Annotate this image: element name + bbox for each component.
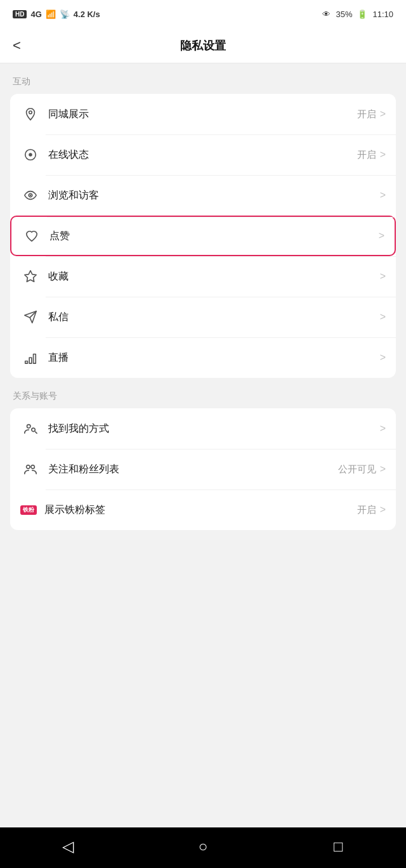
svg-point-12 (32, 428, 36, 432)
nav-home-button[interactable]: ○ (188, 831, 218, 862)
svg-point-0 (29, 111, 32, 114)
section2-label: 关系与账号 (10, 391, 396, 402)
ironfan-label: 展示铁粉标签 (44, 503, 357, 517)
svg-marker-5 (25, 271, 36, 282)
collect-icon (20, 266, 41, 287)
svg-point-11 (27, 425, 31, 429)
menu-item-follow[interactable]: 关注和粉丝列表 公开可见 > (10, 449, 396, 489)
online-value: 开启 (357, 149, 376, 161)
like-icon (22, 226, 42, 246)
page-title: 隐私设置 (180, 38, 226, 53)
menu-item-collect[interactable]: 收藏 > (10, 256, 396, 297)
svg-point-2 (29, 153, 32, 157)
message-label: 私信 (48, 311, 376, 324)
menu-item-tongcheng[interactable]: 同城展示 开启 > (10, 94, 396, 134)
live-arrow: > (380, 352, 386, 363)
wifi-icon: 📡 (60, 10, 70, 19)
menu-item-ironfan[interactable]: 铁粉 展示铁粉标签 开启 > (10, 489, 396, 530)
browse-arrow: > (380, 190, 386, 201)
menu-item-like[interactable]: 点赞 > (10, 216, 396, 256)
network-speed: 4.2 K/s (74, 10, 100, 19)
svg-rect-10 (34, 354, 36, 364)
status-right: 👁 35% 🔋 11:10 (322, 10, 393, 19)
like-label: 点赞 (49, 230, 375, 243)
follow-icon (20, 459, 41, 479)
svg-line-13 (36, 432, 37, 433)
live-icon (20, 347, 41, 368)
ironfan-arrow: > (380, 504, 386, 515)
hd-badge: HD (13, 10, 27, 18)
online-arrow: > (380, 149, 386, 160)
section2-card: 找到我的方式 > 关注和粉丝列表 公开可见 > 铁粉 展示铁粉标签 开启 > (10, 408, 396, 530)
svg-rect-9 (29, 358, 32, 363)
message-icon (20, 307, 41, 327)
nav-recents-button[interactable]: □ (323, 831, 353, 862)
back-button[interactable]: < (13, 39, 21, 53)
message-arrow: > (380, 311, 386, 323)
eye-icon: 👁 (322, 10, 331, 19)
collect-arrow: > (380, 271, 386, 282)
section1-card: 同城展示 开启 > 在线状态 开启 > 浏览和访客 > (10, 94, 396, 378)
collect-label: 收藏 (48, 270, 376, 283)
content: 互动 同城展示 开启 > 在线状态 开启 > 浏览和访客 (0, 63, 406, 827)
tongcheng-value: 开启 (357, 108, 376, 120)
header: < 隐私设置 (0, 28, 406, 63)
svg-point-4 (30, 195, 32, 197)
svg-point-14 (27, 465, 30, 469)
status-left: HD 4G 📶 📡 4.2 K/s (13, 10, 100, 19)
findme-icon (20, 418, 41, 439)
signal-bars: 📶 (46, 10, 56, 19)
tongcheng-arrow: > (380, 108, 386, 120)
menu-item-live[interactable]: 直播 > (10, 337, 396, 378)
ironfan-value: 开启 (357, 504, 376, 516)
menu-item-browse[interactable]: 浏览和访客 > (10, 175, 396, 216)
battery-icon: 🔋 (357, 10, 367, 19)
menu-item-online[interactable]: 在线状态 开启 > (10, 134, 396, 175)
follow-value: 公开可见 (338, 463, 376, 476)
status-bar: HD 4G 📶 📡 4.2 K/s 👁 35% 🔋 11:10 (0, 0, 406, 28)
follow-label: 关注和粉丝列表 (48, 463, 338, 476)
ironfan-badge: 铁粉 (20, 505, 37, 515)
browse-label: 浏览和访客 (48, 189, 376, 202)
svg-point-15 (31, 465, 34, 469)
live-label: 直播 (48, 351, 376, 365)
signal-4g: 4G (30, 10, 41, 19)
findme-arrow: > (380, 423, 386, 434)
tongcheng-label: 同城展示 (48, 108, 357, 121)
online-icon (20, 145, 41, 165)
menu-item-findme[interactable]: 找到我的方式 > (10, 408, 396, 449)
menu-item-message[interactable]: 私信 > (10, 297, 396, 337)
bottom-nav: ◁ ○ □ (0, 827, 406, 868)
follow-arrow: > (380, 463, 386, 475)
nav-back-button[interactable]: ◁ (53, 831, 83, 862)
battery-percent: 35% (336, 10, 352, 19)
like-arrow: > (379, 230, 384, 242)
section1-label: 互动 (10, 76, 396, 87)
findme-label: 找到我的方式 (48, 422, 376, 436)
time: 11:10 (372, 10, 393, 19)
browse-icon (20, 185, 41, 205)
location-icon (20, 104, 41, 124)
online-label: 在线状态 (48, 148, 357, 162)
svg-rect-8 (25, 361, 28, 364)
